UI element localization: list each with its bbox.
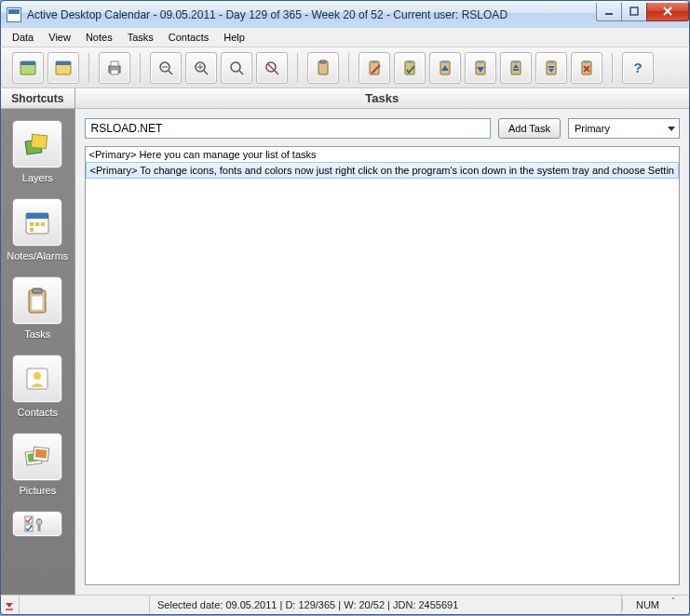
- toolbar-clipboard-icon[interactable]: [307, 52, 339, 84]
- status-download-icon[interactable]: [1, 596, 20, 614]
- status-text: Selected date: 09.05.2011 | D: 129/365 |…: [150, 596, 622, 614]
- sidebar-label-tasks: Tasks: [24, 328, 50, 340]
- task-row[interactable]: <Primary> To change icons, fonts and col…: [86, 162, 679, 179]
- toolbar-clipboard-edit-icon[interactable]: [359, 52, 390, 84]
- svg-rect-55: [41, 222, 45, 226]
- svg-rect-65: [35, 449, 47, 458]
- svg-point-61: [34, 372, 41, 380]
- sidebar: Shortcuts Layers Notes/Alarms Tasks: [1, 88, 75, 595]
- svg-rect-52: [26, 213, 48, 219]
- toolbar-zoom-out-icon[interactable]: [150, 52, 182, 84]
- svg-rect-50: [32, 134, 47, 149]
- svg-rect-29: [407, 60, 413, 63]
- sidebar-label-notes: Notes/Alarms: [7, 250, 68, 261]
- svg-line-15: [204, 71, 208, 74]
- sidebar-label-layers: Layers: [22, 172, 53, 183]
- toolbar-clipboard-down-icon[interactable]: [465, 52, 496, 84]
- add-task-button[interactable]: Add Task: [498, 118, 561, 139]
- svg-rect-24: [320, 60, 326, 63]
- menu-bar: Data View Notes Tasks Contacts Help: [0, 28, 690, 47]
- sidebar-header: Shortcuts: [1, 88, 74, 109]
- svg-rect-37: [513, 60, 519, 63]
- checklist-icon: [12, 511, 62, 537]
- svg-rect-10: [111, 70, 118, 74]
- minimize-button[interactable]: [596, 3, 622, 21]
- svg-rect-31: [442, 60, 448, 63]
- contact-icon: [12, 355, 62, 403]
- toolbar-clipboard-check-icon[interactable]: [394, 52, 426, 84]
- svg-rect-58: [33, 288, 42, 293]
- task-list[interactable]: <Primary> Here you can manage your list …: [85, 146, 680, 585]
- maximize-button[interactable]: [621, 3, 647, 21]
- chevron-down-icon: [668, 127, 675, 131]
- resize-grip-icon[interactable]: [672, 597, 687, 612]
- svg-rect-53: [30, 222, 34, 226]
- svg-point-18: [231, 62, 240, 72]
- toolbar-view-day-icon[interactable]: [12, 52, 44, 84]
- menu-help[interactable]: Help: [216, 30, 252, 45]
- svg-text:?: ?: [633, 60, 642, 75]
- app-icon: [7, 7, 21, 22]
- svg-rect-7: [56, 61, 71, 65]
- svg-line-21: [275, 71, 278, 74]
- menu-view[interactable]: View: [41, 30, 78, 45]
- pictures-icon: [12, 433, 62, 481]
- sidebar-label-contacts: Contacts: [18, 407, 58, 418]
- menu-tasks[interactable]: Tasks: [120, 30, 161, 45]
- svg-line-19: [239, 71, 243, 74]
- task-row[interactable]: <Primary> Here you can manage your list …: [86, 147, 679, 162]
- close-button[interactable]: [646, 3, 689, 21]
- task-input[interactable]: [85, 118, 491, 139]
- menu-data[interactable]: Data: [5, 30, 41, 45]
- toolbar-zoom-fit-icon[interactable]: [221, 52, 252, 84]
- svg-line-12: [169, 71, 172, 74]
- category-combo[interactable]: Primary: [568, 118, 680, 139]
- window-title: Active Desktop Calendar - 09.05.2011 - D…: [27, 8, 597, 21]
- title-bar: Active Desktop Calendar - 09.05.2011 - D…: [0, 0, 690, 28]
- svg-rect-41: [548, 60, 554, 63]
- sidebar-item-extra[interactable]: [1, 511, 74, 537]
- svg-rect-9: [111, 61, 118, 66]
- sidebar-item-pictures[interactable]: Pictures: [1, 433, 74, 496]
- svg-rect-5: [20, 61, 35, 65]
- svg-rect-1: [630, 7, 638, 15]
- status-num: NUM: [622, 599, 672, 610]
- sidebar-label-pictures: Pictures: [19, 485, 56, 496]
- svg-rect-54: [35, 222, 39, 226]
- menu-contacts[interactable]: Contacts: [161, 30, 216, 45]
- status-bar: Selected date: 09.05.2011 | D: 129/365 |…: [0, 595, 690, 615]
- toolbar: ?: [0, 47, 690, 88]
- layers-icon: [12, 120, 62, 168]
- content-area: Tasks Add Task Primary <Primary> Here yo…: [75, 88, 689, 595]
- toolbar-view-week-icon[interactable]: [47, 52, 79, 84]
- svg-line-22: [267, 63, 275, 71]
- svg-rect-45: [584, 60, 589, 63]
- toolbar-zoom-in-icon[interactable]: [185, 52, 217, 84]
- toolbar-clipboard-bottom-icon[interactable]: [535, 52, 567, 84]
- toolbar-help-icon[interactable]: ?: [622, 52, 654, 84]
- toolbar-zoom-reset-icon[interactable]: [256, 52, 288, 84]
- toolbar-print-icon[interactable]: [99, 52, 130, 84]
- toolbar-clipboard-top-icon[interactable]: [500, 52, 532, 84]
- sidebar-item-tasks[interactable]: Tasks: [1, 276, 74, 340]
- content-header: Tasks: [75, 88, 689, 109]
- sidebar-item-notes[interactable]: Notes/Alarms: [1, 198, 74, 261]
- svg-rect-59: [32, 296, 43, 310]
- svg-marker-70: [6, 603, 13, 608]
- sidebar-item-layers[interactable]: Layers: [1, 120, 74, 183]
- svg-rect-26: [372, 60, 377, 63]
- clipboard-icon: [12, 276, 62, 325]
- sidebar-item-contacts[interactable]: Contacts: [1, 355, 74, 418]
- menu-notes[interactable]: Notes: [78, 30, 120, 45]
- calendar-icon: [12, 198, 62, 247]
- svg-rect-34: [478, 60, 483, 63]
- svg-rect-56: [30, 228, 34, 232]
- toolbar-clipboard-delete-icon[interactable]: [571, 52, 602, 84]
- svg-point-69: [36, 519, 42, 525]
- category-combo-value: Primary: [575, 123, 610, 134]
- toolbar-clipboard-up-icon[interactable]: [429, 52, 461, 84]
